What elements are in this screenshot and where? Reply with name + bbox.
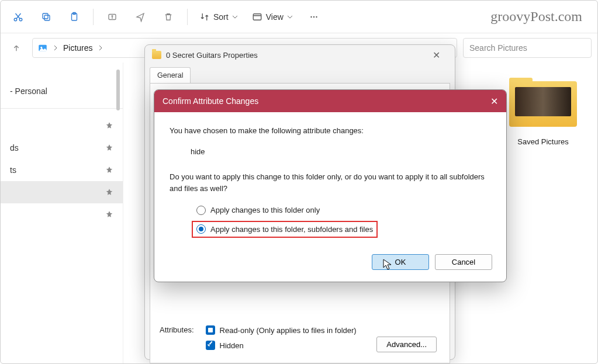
pin-icon <box>105 166 113 174</box>
tab-general[interactable]: General <box>150 67 191 83</box>
properties-title: 0 Secret Guitars Properties <box>166 51 258 60</box>
properties-titlebar[interactable]: 0 Secret Guitars Properties ✕ <box>145 45 455 65</box>
radio-icon <box>196 206 206 215</box>
svg-point-9 <box>313 16 314 17</box>
properties-tabs: General <box>145 65 455 83</box>
pin-icon <box>105 188 113 196</box>
dialog-question: Do you want to apply this change to this… <box>170 171 491 194</box>
more-button[interactable] <box>301 5 327 29</box>
delete-button[interactable] <box>155 5 181 29</box>
view-label: View <box>266 12 284 22</box>
change-value: hide <box>191 146 491 158</box>
scrollbar-thumb[interactable] <box>116 70 120 110</box>
search-input[interactable]: Search Pictures <box>463 38 592 58</box>
ok-button[interactable]: OK <box>372 254 429 270</box>
dialog-titlebar[interactable]: Confirm Attribute Changes ✕ <box>154 90 506 112</box>
pin-icon <box>105 122 113 130</box>
close-button[interactable]: ✕ <box>490 96 498 107</box>
folder-item[interactable]: Saved Pictures <box>500 78 586 146</box>
pictures-icon <box>37 43 48 53</box>
readonly-checkbox[interactable]: Read-only (Only applies to files in fold… <box>206 325 357 335</box>
chevron-right-icon <box>53 45 58 51</box>
explorer-toolbar: Sort View groovyPost.com <box>1 1 597 33</box>
folder-icon <box>509 78 577 131</box>
attributes-label: Attributes: <box>160 325 194 334</box>
share-button[interactable] <box>127 5 153 29</box>
toolbar-separator <box>187 9 188 25</box>
dialog-body: You have chosen to make the following at… <box>154 112 506 252</box>
cancel-button[interactable]: Cancel <box>435 254 492 270</box>
breadcrumb-folder: Pictures <box>63 43 93 53</box>
highlight-box: Apply changes to this folder, subfolders… <box>192 221 378 238</box>
toolbar-separator <box>93 9 94 25</box>
dialog-text: You have chosen to make the following at… <box>170 125 491 137</box>
dialog-title: Confirm Attribute Changes <box>163 96 258 106</box>
folder-icon <box>152 51 161 59</box>
sidebar-item[interactable]: ts <box>1 159 123 181</box>
paste-button[interactable] <box>61 5 87 29</box>
sidebar-item[interactable] <box>1 203 123 226</box>
radio-subfolders-files[interactable]: Apply changes to this folder, subfolders… <box>196 224 373 235</box>
navigation-sidebar: - Personal ds ts <box>1 63 123 363</box>
sort-label: Sort <box>213 12 229 22</box>
sidebar-item[interactable]: ds <box>1 137 123 159</box>
chevron-right-icon <box>98 45 103 51</box>
sidebar-item[interactable] <box>1 115 123 137</box>
pin-icon <box>105 144 113 152</box>
checkbox-icon <box>206 341 215 350</box>
close-button[interactable]: ✕ <box>424 50 448 61</box>
cursor-icon <box>383 259 392 271</box>
svg-point-8 <box>310 16 312 17</box>
cut-button[interactable] <box>5 5 31 29</box>
sidebar-item[interactable] <box>1 181 123 203</box>
svg-rect-7 <box>253 13 261 20</box>
radio-folder-only[interactable]: Apply changes to this folder only <box>196 202 491 219</box>
svg-rect-3 <box>43 13 48 19</box>
folder-label: Saved Pictures <box>500 137 586 146</box>
radio-icon <box>196 224 206 234</box>
view-dropdown[interactable]: View <box>246 5 299 29</box>
nav-up-button[interactable] <box>6 38 26 58</box>
sidebar-separator <box>1 108 123 109</box>
pin-icon <box>105 210 113 219</box>
watermark: groovyPost.com <box>490 9 593 25</box>
advanced-button[interactable]: Advanced... <box>376 337 437 352</box>
rename-button[interactable] <box>99 5 125 29</box>
dialog-buttons: OK Cancel <box>154 252 506 282</box>
sidebar-item[interactable]: - Personal <box>1 80 123 102</box>
svg-rect-2 <box>44 15 50 20</box>
confirm-attribute-dialog: Confirm Attribute Changes ✕ You have cho… <box>154 89 507 282</box>
svg-point-10 <box>316 16 317 17</box>
attributes-row: Attributes: Read-only (Only applies to f… <box>160 325 357 350</box>
checkbox-icon <box>206 325 215 335</box>
sort-dropdown[interactable]: Sort <box>193 5 244 29</box>
copy-button[interactable] <box>33 5 59 29</box>
hidden-checkbox[interactable]: Hidden <box>206 341 357 350</box>
